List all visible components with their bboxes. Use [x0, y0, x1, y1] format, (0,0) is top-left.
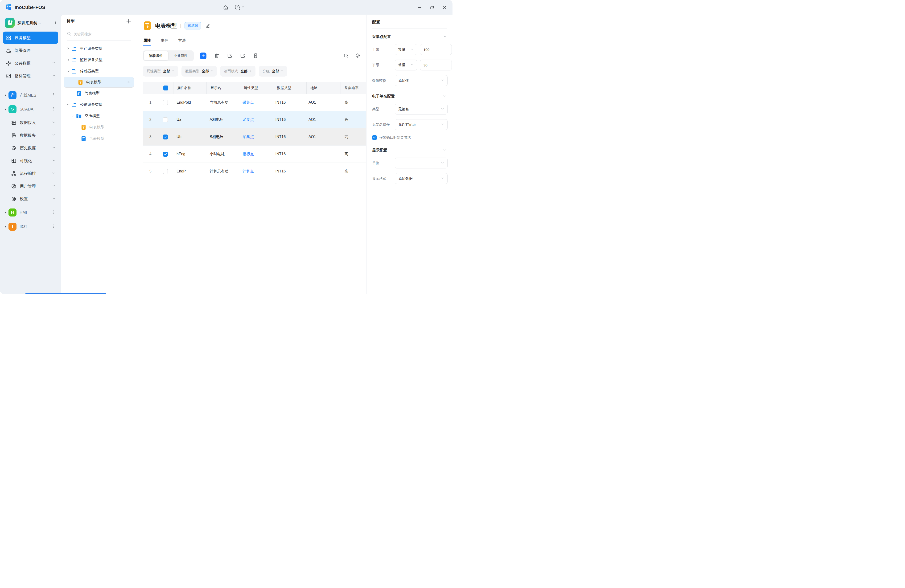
model-type-badge[interactable]: 传感器	[184, 22, 201, 29]
cell-attribute-type[interactable]: 指标点	[239, 152, 272, 157]
sidebar-item[interactable]: 数据接入	[3, 116, 58, 128]
chevron-right-icon[interactable]	[66, 58, 70, 62]
tree-node[interactable]: 电表模型	[64, 77, 134, 88]
more-icon[interactable]	[126, 79, 131, 85]
cell-attribute-type[interactable]: 采集点	[239, 117, 272, 122]
tree-node[interactable]: 气表模型	[64, 88, 134, 99]
filter-chip[interactable]: 数据类型全部	[181, 66, 217, 76]
signature-checkbox-row[interactable]: 报警确认时需要签名	[372, 135, 447, 140]
segment-iot-attributes[interactable]: 物联属性	[144, 51, 168, 60]
table-row[interactable]: 1EngPold当前总有功采集点INT16AO1高	[143, 94, 366, 111]
tree-node[interactable]: 空压模型	[64, 110, 134, 122]
kebab-icon[interactable]	[52, 210, 56, 215]
chevron-down-icon[interactable]	[70, 114, 75, 118]
triangle-right-icon[interactable]	[3, 94, 8, 97]
checkbox[interactable]	[372, 135, 377, 140]
sidebar-item-label: 公共数据	[14, 60, 52, 66]
value-select[interactable]: 原始值	[395, 75, 448, 86]
sidebar-item[interactable]: 部署管理	[3, 44, 58, 57]
select-all-checkbox[interactable]	[158, 82, 173, 94]
taskbar-accent	[25, 293, 106, 294]
tree-node-label: 气表模型	[85, 91, 132, 96]
sidebar-item[interactable]: 用户管理	[3, 180, 58, 192]
tree-node[interactable]: 电表模型	[64, 122, 134, 133]
row-checkbox[interactable]	[158, 152, 173, 157]
search-icon table-search-button[interactable]	[343, 53, 349, 59]
sidebar-item[interactable]: 公共数据	[3, 57, 58, 69]
minimize-icon[interactable]	[418, 5, 422, 10]
kebab-icon[interactable]	[52, 224, 56, 229]
triangle-down-icon[interactable]	[3, 108, 8, 111]
row-checkbox[interactable]	[158, 169, 173, 174]
tree-node[interactable]: 气表模型	[64, 133, 134, 144]
sidebar-app-iiot[interactable]: IIIOT	[3, 220, 58, 233]
sidebar-app-hmi[interactable]: HHMI	[3, 206, 58, 219]
config-section-header[interactable]: 显示配置	[372, 148, 447, 153]
tab-attributes[interactable]: 属性	[143, 36, 151, 46]
config-section-header[interactable]: 电子签名配置	[372, 94, 447, 99]
home-icon[interactable]	[223, 5, 229, 10]
close-icon[interactable]	[442, 5, 447, 10]
chevron-right-icon[interactable]	[66, 47, 70, 51]
restore-icon[interactable]	[430, 5, 434, 10]
import-icon[interactable]	[227, 53, 232, 59]
filter-chip[interactable]: 读写模式全部	[220, 66, 256, 76]
mode-select[interactable]: 常量	[395, 44, 417, 55]
triangle-right-icon[interactable]	[3, 225, 8, 228]
trash-icon delete-button[interactable]	[214, 53, 219, 59]
cell-attribute-type[interactable]: 计算点	[239, 169, 272, 174]
row-checkbox[interactable]	[158, 117, 173, 122]
sidebar-app-产线mes[interactable]: 产产线MES	[3, 89, 58, 102]
segment-business-attributes[interactable]: 业务属性	[168, 51, 193, 60]
kebab-icon[interactable]	[52, 107, 56, 112]
tree-node[interactable]: 传感器类型	[64, 65, 134, 77]
table-row[interactable]: 5EngP计算总有功计算点INT16高	[143, 163, 366, 180]
value-input[interactable]: 100	[420, 44, 452, 55]
tree-node-label: 监控设备类型	[80, 57, 132, 62]
add-icon add-attribute-button[interactable]	[200, 52, 206, 59]
value-input[interactable]: 30	[420, 60, 452, 70]
config-section-header[interactable]: 采集点配置	[372, 34, 447, 40]
tree-node[interactable]: 监控设备类型	[64, 54, 134, 65]
download-icon[interactable]	[253, 53, 258, 59]
sidebar-item[interactable]: 可视化	[3, 155, 58, 167]
folder-icon	[71, 46, 77, 52]
value-select[interactable]: 无签名	[395, 104, 448, 114]
chevron-down-icon[interactable]	[66, 69, 70, 73]
row-checkbox[interactable]	[158, 135, 173, 139]
sidebar-item[interactable]: 指标管理	[3, 70, 58, 82]
gear-icon table-settings-button[interactable]	[355, 53, 360, 59]
tab-methods[interactable]: 方法	[178, 36, 186, 46]
value-select[interactable]	[395, 158, 448, 168]
filter-chip[interactable]: 属性类型全部	[143, 66, 178, 76]
table-row[interactable]: 4hEng小时电耗指标点INT16高	[143, 146, 366, 163]
cell-attribute-type[interactable]: 采集点	[239, 135, 272, 139]
help-menu[interactable]	[235, 4, 245, 11]
sidebar-item[interactable]: 设备模型	[3, 32, 58, 44]
row-checkbox[interactable]	[158, 100, 173, 105]
sidebar-item[interactable]: 历史数据	[3, 142, 58, 154]
sidebar-item[interactable]: 数据服务	[3, 129, 58, 141]
sidebar-item[interactable]: 流程编排	[3, 167, 58, 179]
kebab-icon[interactable]	[54, 20, 58, 25]
sidebar-item[interactable]: 设置	[3, 193, 58, 205]
sidebar-app-scada[interactable]: SSCADA	[3, 103, 58, 116]
pencil-icon edit-title-button[interactable]	[205, 23, 211, 28]
tree-search-input[interactable]: 关键词搜索	[67, 31, 131, 41]
export-icon[interactable]	[240, 53, 245, 59]
cell-attribute-type[interactable]: 采集点	[239, 100, 272, 105]
table-row[interactable]: 3UbB相电压采集点INT16AO1高	[143, 128, 366, 146]
add-model-button plus-icon[interactable]	[126, 18, 132, 24]
kebab-icon[interactable]	[52, 93, 56, 98]
table-row[interactable]: 2UaA相电压采集点INT16AO1高	[143, 111, 366, 128]
value-select[interactable]: 允许有记录	[395, 119, 448, 130]
triangle-right-icon[interactable]	[3, 211, 8, 214]
org-switcher[interactable]: 深圳汇川纺...	[5, 18, 58, 28]
tab-events[interactable]: 事件	[160, 36, 169, 46]
filter-chip[interactable]: 分组全部	[259, 66, 287, 76]
chevron-down-icon[interactable]	[66, 103, 70, 107]
tree-node[interactable]: 公辅设备类型	[64, 99, 134, 110]
tree-node[interactable]: 生产设备类型	[64, 43, 134, 54]
value-select[interactable]: 原始数据	[395, 173, 448, 184]
mode-select[interactable]: 常量	[395, 60, 417, 70]
